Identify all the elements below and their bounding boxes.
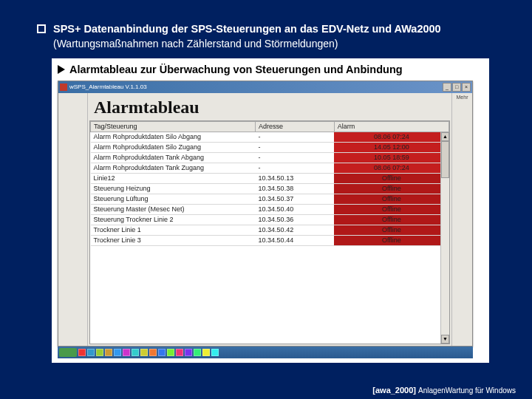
table-row[interactable]: Linie1210.34.50.13Offline (91, 173, 449, 183)
cell-addr: - (256, 163, 335, 173)
close-button[interactable]: × (462, 83, 471, 92)
app-title: Alarmtableau (88, 93, 451, 120)
table-row[interactable]: Alarm Rohproduktdaten Silo Abgang-08.06 … (91, 132, 449, 142)
cell-tag: Steuerung Master (Mesec Net) (91, 204, 256, 214)
scroll-up-button[interactable]: ▲ (441, 132, 449, 141)
cell-alarm: Offline (334, 173, 449, 183)
cell-addr: 10.34.50.38 (256, 183, 335, 194)
taskbar-app-icon[interactable] (132, 349, 139, 356)
bullet-square-icon (37, 24, 46, 33)
taskbar-app-icon[interactable] (211, 349, 219, 356)
vertical-scrollbar[interactable]: ▲ ▼ (440, 132, 449, 344)
window-title: wSPS_Alarmtableau V.1.1.03 (69, 83, 442, 90)
footer-brand: [awa_2000] AnlagenWartung für Windows (372, 386, 516, 395)
taskbar-app-icon[interactable] (96, 349, 103, 356)
table-row[interactable]: Steuerung Trockner Linie 210.34.50.36Off… (91, 214, 449, 225)
taskbar-app-icon[interactable] (149, 349, 157, 356)
cell-tag: Alarm Rohproduktdaten Tank Abgang (91, 152, 256, 163)
taskbar-app-icon[interactable] (123, 349, 130, 356)
slide-header: SPS+ Datenanbindung der SPS-Steuerungen … (0, 0, 532, 58)
left-sidebar (58, 93, 88, 346)
maximize-button[interactable]: □ (452, 83, 461, 92)
cell-addr: 10.34.50.44 (256, 235, 335, 245)
cell-alarm: Offline (334, 214, 449, 225)
right-sidebar-label[interactable]: Mehr (454, 95, 471, 100)
footer-tagline: AnlagenWartung für Windows (418, 386, 516, 395)
table-row[interactable]: Alarm Rohproduktdaten Silo Zugang-14.05 … (91, 142, 449, 152)
cell-alarm: 08.06 07:24 (334, 132, 449, 142)
cell-tag: Alarm Rohproduktdaten Silo Zugang (91, 142, 256, 152)
cell-addr: 10.34.50.36 (256, 214, 335, 225)
cell-tag: Linie12 (91, 173, 256, 183)
col-header-alarm[interactable]: Alarm (334, 121, 449, 132)
taskbar-app-icon[interactable] (158, 349, 166, 356)
cell-addr: 10.34.50.13 (256, 173, 335, 183)
cell-tag: Steuerung Heizung (91, 183, 256, 194)
scroll-down-button[interactable]: ▼ (441, 335, 449, 344)
cell-alarm: 14.05 12:00 (334, 142, 449, 152)
cell-addr: 10.34.50.37 (256, 194, 335, 204)
table-row[interactable]: Alarm Rohproduktdaten Tank Abgang-10.05 … (91, 152, 449, 163)
cell-alarm: Offline (334, 194, 449, 204)
cell-tag: Steuerung Trockner Linie 2 (91, 214, 256, 225)
alarm-table-container: Tag/Steuerung Adresse Alarm Alarm Rohpro… (89, 120, 450, 344)
section-title: Alarmtableau zur Überwachung von Steueru… (68, 63, 404, 76)
taskbar-app-icon[interactable] (114, 349, 121, 356)
cell-alarm: Offline (334, 235, 449, 245)
cell-addr: 10.34.50.40 (256, 204, 335, 214)
right-sidebar: Mehr (451, 93, 472, 346)
cell-addr: - (256, 142, 335, 152)
cell-alarm: Offline (334, 204, 449, 214)
window-titlebar[interactable]: wSPS_Alarmtableau V.1.1.03 _ □ × (58, 81, 472, 93)
table-row[interactable]: Steuerung Heizung10.34.50.38Offline (91, 183, 449, 194)
taskbar-app-icon[interactable] (194, 349, 201, 356)
taskbar[interactable] (58, 347, 473, 358)
table-row[interactable]: Steuerung Master (Mesec Net)10.34.50.40O… (91, 204, 449, 214)
cell-alarm: Offline (334, 225, 449, 235)
taskbar-app-icon[interactable] (202, 349, 210, 356)
scroll-thumb[interactable] (441, 141, 449, 178)
cell-alarm: 08.06 07:24 (334, 163, 449, 173)
taskbar-app-icon[interactable] (87, 349, 95, 356)
taskbar-app-icon[interactable] (140, 349, 148, 356)
heading-main: SPS+ Datenanbindung der SPS-Steuerungen … (53, 22, 441, 36)
cell-tag: Trockner Linie 1 (91, 225, 256, 235)
table-row[interactable]: Trockner Linie 310.34.50.44Offline (91, 235, 449, 245)
table-row[interactable]: Trockner Linie 110.34.50.42Offline (91, 225, 449, 235)
cell-tag: Alarm Rohproduktdaten Silo Abgang (91, 132, 256, 142)
arrow-right-icon (58, 65, 65, 74)
taskbar-app-icon[interactable] (176, 349, 183, 356)
col-header-addr[interactable]: Adresse (256, 121, 335, 132)
footer-brand-name: [awa_2000] (372, 386, 416, 395)
taskbar-app-icon[interactable] (167, 349, 174, 356)
content-panel: Alarmtableau zur Überwachung von Steueru… (52, 58, 489, 363)
heading-sub: (Wartungsmaßnahmen nach Zählerstand und … (53, 38, 495, 50)
minimize-button[interactable]: _ (443, 83, 451, 92)
cell-addr: - (256, 132, 335, 142)
taskbar-app-icon[interactable] (185, 349, 192, 356)
cell-tag: Steuerung Lüftung (91, 194, 256, 204)
alarm-table: Tag/Steuerung Adresse Alarm Alarm Rohpro… (90, 121, 449, 246)
table-row[interactable]: Steuerung Lüftung10.34.50.37Offline (91, 194, 449, 204)
cell-tag: Trockner Linie 3 (91, 235, 256, 245)
taskbar-app-icon[interactable] (78, 349, 86, 356)
table-empty-area (90, 246, 449, 344)
cell-alarm: 10.05 18:59 (334, 152, 449, 163)
app-window: wSPS_Alarmtableau V.1.1.03 _ □ × Alarmta… (58, 81, 473, 347)
cell-addr: - (256, 152, 335, 163)
taskbar-app-icon[interactable] (105, 349, 112, 356)
app-icon (60, 83, 67, 91)
col-header-tag[interactable]: Tag/Steuerung (91, 121, 256, 132)
cell-tag: Alarm Rohproduktdaten Tank Zugang (91, 163, 256, 173)
cell-addr: 10.34.50.42 (256, 225, 335, 235)
start-button[interactable] (59, 348, 77, 357)
table-row[interactable]: Alarm Rohproduktdaten Tank Zugang-08.06 … (91, 163, 449, 173)
cell-alarm: Offline (334, 183, 449, 194)
